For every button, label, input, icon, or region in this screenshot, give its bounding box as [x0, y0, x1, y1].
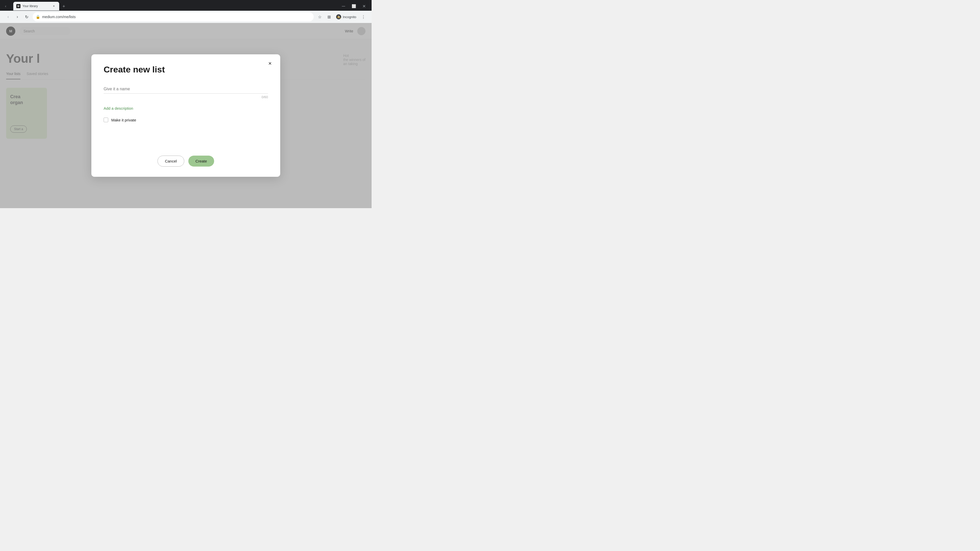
window-controls: ‹	[2, 3, 9, 10]
modal-close-button[interactable]: ×	[266, 59, 274, 68]
close-window-button[interactable]: ✕	[360, 3, 368, 10]
active-tab[interactable]: M Your library ×	[13, 2, 59, 11]
maximize-button[interactable]: ⬜	[350, 3, 357, 10]
nav-controls: ‹ › ↻	[4, 13, 30, 21]
toolbar-icons: ☆ ⊞ 🕵 Incognito ⋮	[316, 13, 368, 21]
incognito-icon: 🕵	[336, 14, 341, 19]
make-private-label: Make it private	[111, 118, 136, 122]
list-name-input[interactable]	[103, 85, 268, 94]
add-description-link[interactable]: Add a description	[103, 106, 268, 110]
name-input-section: 0/60	[103, 85, 268, 99]
modal-footer: Cancel Create	[103, 140, 268, 167]
extensions-button[interactable]: ⊞	[325, 13, 333, 21]
incognito-button[interactable]: 🕵 Incognito	[334, 13, 358, 21]
address-input[interactable]: 🔒 medium.com/me/lists	[33, 12, 313, 21]
prev-tab-button[interactable]: ‹	[2, 3, 9, 10]
favicon-label: M	[18, 5, 19, 8]
modal-title: Create new list	[103, 65, 268, 75]
tab-bar: M Your library × +	[11, 2, 69, 11]
make-private-row: Make it private	[103, 118, 268, 122]
reload-button[interactable]: ↻	[22, 13, 30, 21]
tab-title: Your library	[22, 4, 49, 8]
incognito-label: Incognito	[343, 15, 356, 19]
bookmark-button[interactable]: ☆	[316, 13, 324, 21]
menu-button[interactable]: ⋮	[360, 13, 368, 21]
tab-favicon: M	[16, 4, 21, 8]
tab-close-button[interactable]: ×	[52, 4, 56, 8]
forward-button[interactable]: ›	[13, 13, 21, 21]
new-tab-button[interactable]: +	[60, 3, 67, 10]
cancel-button[interactable]: Cancel	[158, 156, 184, 167]
minimize-button[interactable]: ─	[340, 3, 347, 10]
title-bar: ‹ M Your library × + ─ ⬜ ✕	[0, 0, 372, 11]
lock-icon: 🔒	[36, 15, 40, 19]
browser-chrome: ‹ M Your library × + ─ ⬜ ✕ ‹ › ↻ 🔒	[0, 0, 372, 23]
char-count: 0/60	[103, 95, 268, 99]
make-private-checkbox[interactable]	[103, 118, 108, 122]
back-button[interactable]: ‹	[4, 13, 12, 21]
address-text: medium.com/me/lists	[42, 15, 310, 19]
address-bar: ‹ › ↻ 🔒 medium.com/me/lists ☆ ⊞ 🕵 Incogn…	[0, 11, 372, 23]
create-new-list-modal: × Create new list 0/60 Add a description…	[91, 54, 280, 177]
modal-overlay: × Create new list 0/60 Add a description…	[0, 23, 372, 208]
page-content: M Write Your l Your lists Saved stories …	[0, 23, 372, 208]
create-button[interactable]: Create	[188, 156, 214, 167]
